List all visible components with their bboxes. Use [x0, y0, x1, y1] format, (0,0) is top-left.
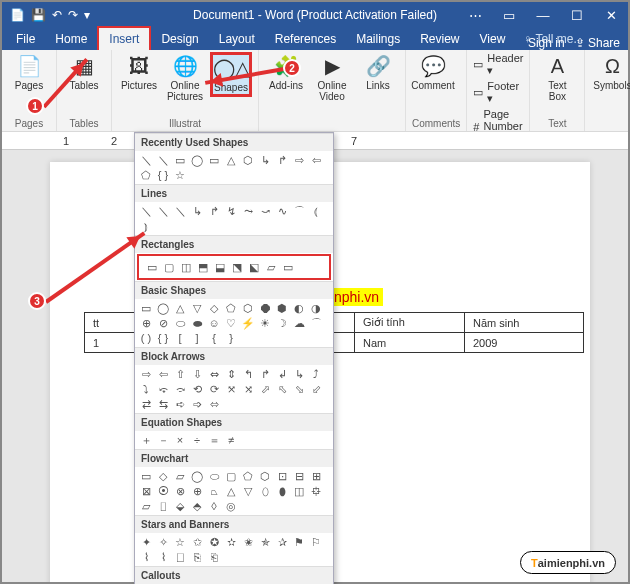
shape-item[interactable]: × — [173, 434, 187, 446]
tab-mailings[interactable]: Mailings — [346, 28, 410, 50]
shape-item[interactable]: ♡ — [224, 317, 238, 329]
shape-item[interactable]: ⚡ — [241, 317, 255, 329]
shape-item[interactable]: ⬄ — [207, 398, 221, 410]
shape-item[interactable]: ⎗ — [207, 551, 221, 563]
shape-item[interactable]: ＼ — [173, 205, 187, 217]
shape-item[interactable]: ◑ — [309, 302, 323, 314]
shape-item[interactable]: ⬘ — [190, 500, 204, 512]
shape-item[interactable]: ◐ — [292, 302, 306, 314]
shape-item[interactable]: △ — [224, 154, 238, 166]
shape-item[interactable]: ◊ — [207, 500, 221, 512]
pictures-button[interactable]: 🖼Pictures — [118, 52, 160, 93]
shape-item[interactable]: ▱ — [264, 261, 278, 273]
header-button[interactable]: ▭Header ▾ — [473, 52, 523, 77]
shape-item[interactable]: ⇧ — [173, 368, 187, 380]
shape-item[interactable]: ＼ — [139, 205, 153, 217]
shape-item[interactable]: ↱ — [207, 205, 221, 217]
shape-item[interactable]: ⬠ — [241, 470, 255, 482]
undo-icon[interactable]: ↶ — [52, 8, 62, 22]
shape-item[interactable]: ⬔ — [230, 261, 244, 273]
shape-item[interactable]: ⯃ — [258, 302, 272, 314]
shape-item[interactable]: ☽ — [275, 317, 289, 329]
shape-item[interactable]: ☆ — [173, 536, 187, 548]
shape-item[interactable]: { } — [156, 332, 170, 344]
shape-item[interactable]: ▱ — [173, 470, 187, 482]
shape-item[interactable]: ⇦ — [309, 154, 323, 166]
tab-file[interactable]: File — [6, 28, 45, 50]
redo-icon[interactable]: ↷ — [68, 8, 78, 22]
shape-item[interactable]: ⦿ — [156, 485, 170, 497]
shape-item[interactable]: ▽ — [241, 485, 255, 497]
text-box-button[interactable]: AText Box — [536, 52, 578, 104]
shape-item[interactable]: ⬙ — [173, 500, 187, 512]
shape-item[interactable]: ✧ — [156, 536, 170, 548]
shape-item[interactable]: ◇ — [207, 302, 221, 314]
shape-item[interactable]: ⬮ — [275, 485, 289, 497]
shape-item[interactable]: ⦅ — [309, 205, 323, 217]
shape-item[interactable]: ▭ — [173, 154, 187, 166]
pages-button[interactable]: 📄Pages — [8, 52, 50, 93]
shape-item[interactable]: ⏥ — [139, 500, 153, 512]
shape-item[interactable]: ◎ — [224, 500, 238, 512]
shape-item[interactable]: ☀ — [258, 317, 272, 329]
shape-item[interactable]: ⬭ — [207, 470, 221, 482]
shape-item[interactable]: ⇆ — [156, 398, 170, 410]
ribbon-opts-icon[interactable]: ⋯ — [458, 2, 492, 28]
shape-item[interactable]: ◯ — [190, 470, 204, 482]
shape-item[interactable]: ⊡ — [275, 470, 289, 482]
shape-item[interactable]: { } — [156, 169, 170, 181]
shape-item[interactable]: ⌷ — [156, 500, 170, 512]
shape-item[interactable]: ⬯ — [258, 485, 272, 497]
shape-item[interactable]: ▢ — [224, 470, 238, 482]
minimize-icon[interactable]: — — [526, 2, 560, 28]
save-icon[interactable]: 💾 — [31, 8, 46, 22]
shape-item[interactable]: ✯ — [258, 536, 272, 548]
shape-item[interactable]: ⬬ — [190, 317, 204, 329]
shape-item[interactable]: ⬀ — [258, 383, 272, 395]
footer-button[interactable]: ▭Footer ▾ — [473, 80, 523, 105]
shape-item[interactable]: ✦ — [139, 536, 153, 548]
table-cell[interactable]: Giới tính — [355, 313, 465, 333]
shape-item[interactable]: ⬁ — [275, 383, 289, 395]
shape-item[interactable]: ⬒ — [196, 261, 210, 273]
shape-item[interactable]: [ — [173, 332, 187, 344]
shape-item[interactable]: ▭ — [281, 261, 295, 273]
shape-item[interactable]: ✪ — [207, 536, 221, 548]
shape-item[interactable]: ⊗ — [173, 485, 187, 497]
shape-item[interactable]: ⇦ — [156, 368, 170, 380]
shape-item[interactable]: ⚐ — [309, 536, 323, 548]
sign-in-link[interactable]: Sign in — [528, 36, 565, 50]
shape-item[interactable]: } — [224, 332, 238, 344]
shape-item[interactable]: ✩ — [190, 536, 204, 548]
shape-item[interactable]: ⎘ — [190, 551, 204, 563]
close-icon[interactable]: ✕ — [594, 2, 628, 28]
shape-item[interactable]: ▭ — [145, 261, 159, 273]
shape-item[interactable]: ▭ — [139, 470, 153, 482]
shape-item[interactable]: { — [207, 332, 221, 344]
shape-item[interactable]: ＝ — [207, 434, 221, 446]
shape-item[interactable]: ⇩ — [190, 368, 204, 380]
shape-item[interactable]: ◫ — [292, 485, 306, 497]
shape-item[interactable]: ⤳ — [241, 205, 255, 217]
shape-item[interactable]: ☁ — [292, 317, 306, 329]
symbols-button[interactable]: ΩSymbols — [591, 52, 630, 93]
shape-item[interactable]: ⤽ — [156, 383, 170, 395]
shape-item[interactable]: － — [156, 434, 170, 446]
tab-home[interactable]: Home — [45, 28, 97, 50]
comment-button[interactable]: 💬Comment — [412, 52, 454, 93]
table-cell[interactable]: 2009 — [465, 333, 584, 353]
shape-item[interactable]: ☺ — [207, 317, 221, 329]
table-cell[interactable]: Nam — [355, 333, 465, 353]
shape-item[interactable]: ▭ — [207, 154, 221, 166]
shape-item[interactable]: ≠ — [224, 434, 238, 446]
shape-item[interactable]: ⬠ — [224, 302, 238, 314]
table-cell[interactable]: Năm sinh — [465, 313, 584, 333]
shape-item[interactable]: ⤼ — [173, 383, 187, 395]
shape-item[interactable]: ▽ — [190, 302, 204, 314]
shape-item[interactable]: ⬓ — [213, 261, 227, 273]
online-pictures-button[interactable]: 🌐Online Pictures — [164, 52, 206, 104]
links-button[interactable]: 🔗Links — [357, 52, 399, 93]
shape-item[interactable]: ↲ — [275, 368, 289, 380]
shape-item[interactable]: ◯ — [156, 302, 170, 314]
shape-item[interactable]: ⌇ — [156, 551, 170, 563]
